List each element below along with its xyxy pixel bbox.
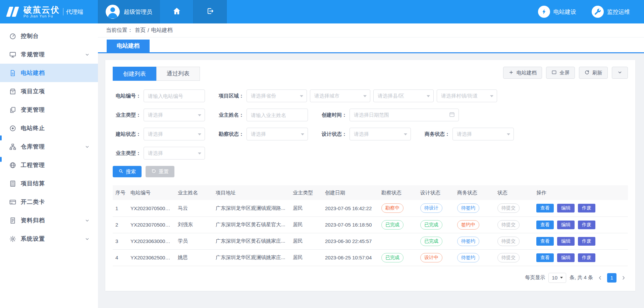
cell-status: 待提交	[495, 200, 534, 217]
home-button[interactable]	[160, 0, 193, 23]
business-status-select[interactable]: 请选择	[452, 128, 514, 140]
sidebar-item-console[interactable]: 控制台	[0, 27, 98, 45]
design-status-select[interactable]: 请选择	[350, 128, 411, 140]
sidebar-item-project-settlement[interactable]: 项目结算	[0, 174, 98, 193]
view-button[interactable]: 查看	[536, 221, 554, 229]
fullscreen-button[interactable]: 全屏	[546, 67, 575, 79]
region-label: 项目区域：	[216, 93, 244, 99]
column-header-actions: 操作	[534, 185, 628, 200]
prev-page-button[interactable]	[596, 275, 604, 281]
chevron-down-icon	[617, 70, 623, 76]
calendar-icon	[449, 111, 455, 119]
sidebar-item-label: 开二类卡	[21, 198, 45, 206]
settings-icon	[9, 235, 16, 243]
owner-name-input[interactable]	[247, 109, 308, 121]
sidebar-item-general-management[interactable]: 常规管理	[0, 45, 98, 64]
user-menu[interactable]: 超级管理员	[98, 0, 160, 23]
sidebar-item-label: 电站终止	[21, 124, 45, 132]
chevron-down-icon	[427, 95, 430, 99]
cell-survey-status: 勘察中	[379, 200, 418, 217]
view-button[interactable]: 查看	[536, 253, 554, 262]
refresh-icon	[584, 70, 590, 76]
link-monitor-ops[interactable]: 监控运维	[592, 6, 630, 18]
void-button[interactable]: 作废	[578, 221, 595, 229]
create-time-label: 创建时间：	[319, 112, 347, 118]
cell-created-date: 2023-06-30 22:45:57	[322, 233, 379, 249]
create-station-button[interactable]: 电站建档	[503, 67, 542, 79]
sidebar-item-label: 电站建档	[21, 69, 45, 77]
cell-seq: 3	[113, 233, 128, 249]
divider	[63, 8, 63, 15]
monitor-icon	[9, 51, 16, 58]
card-icon	[9, 198, 16, 206]
cell-owner-name: 姚思	[175, 249, 213, 266]
survey-status-select[interactable]: 请选择	[247, 128, 308, 140]
link-station-build[interactable]: 电站建设	[538, 6, 576, 18]
chevron-down-icon	[507, 133, 510, 137]
sidebar-item-change-management[interactable]: 变更管理	[0, 101, 98, 119]
cell-seq: 2	[113, 217, 128, 233]
tab-passed-list[interactable]: 通过列表	[156, 67, 200, 81]
edit-button[interactable]: 编辑	[557, 221, 575, 229]
breadcrumb-separator: /	[148, 27, 149, 34]
tab-create-list[interactable]: 创建列表	[113, 67, 156, 81]
sidebar-item-warehouse-management[interactable]: 仓库管理	[0, 137, 98, 156]
create-time-range-input[interactable]: 请选择日期范围	[350, 109, 459, 121]
void-button[interactable]: 作废	[578, 237, 595, 246]
collapse-filters-button[interactable]	[612, 67, 628, 79]
sidebar-item-project-initiation[interactable]: 项目立项	[0, 82, 98, 101]
sidebar-item-label: 项目结算	[21, 180, 45, 187]
station-no-input[interactable]	[144, 89, 205, 102]
cell-seq: 1	[113, 200, 128, 217]
reset-button[interactable]: 重置	[146, 166, 174, 177]
sidebar-item-label: 变更管理	[21, 106, 45, 114]
sidebar-item-engineering-management[interactable]: 工程管理	[0, 156, 98, 174]
station-list-panel: 创建列表 通过列表 电站建档 全屏 刷新	[105, 60, 635, 291]
sidebar-nav: 控制台常规管理电站建档项目立项变更管理电站终止仓库管理工程管理项目结算开二类卡资…	[0, 23, 98, 248]
cell-station-no: YX2023070500011	[128, 200, 175, 217]
sidebar-scrollbar-thumb[interactable]	[0, 157, 2, 162]
logout-button[interactable]	[193, 0, 227, 23]
owner-type2-select[interactable]: 请选择	[144, 147, 205, 160]
fullscreen-icon	[551, 70, 557, 76]
wrench-icon	[592, 6, 604, 18]
edit-button[interactable]: 编辑	[557, 204, 575, 212]
build-status-select[interactable]: 请选择	[144, 128, 205, 140]
table-header-row: 序号电站编号业主姓名项目地址业主类型创建日期勘察状态设计状态商务状态状态操作	[113, 185, 628, 200]
search-button[interactable]: 搜索	[113, 166, 142, 177]
page-number-1[interactable]: 1	[607, 273, 616, 283]
sidebar-item-station-termination[interactable]: 电站终止	[0, 119, 98, 137]
sidebar-scrollbar-thumb[interactable]	[0, 135, 2, 140]
sidebar-item-second-type-card[interactable]: 开二类卡	[0, 193, 98, 211]
owner-type-select[interactable]: 请选择	[144, 109, 205, 121]
edit-button[interactable]: 编辑	[557, 237, 575, 246]
cell-survey-status	[379, 233, 418, 249]
cell-owner-type: 居民	[290, 217, 322, 233]
cell-owner-name: 马云	[175, 200, 213, 217]
status-badge: 签约中	[457, 220, 479, 230]
sidebar-item-data-archive[interactable]: 资料归档	[0, 211, 98, 230]
per-page-select[interactable]: 10	[548, 273, 566, 283]
county-select[interactable]: 请选择县/区	[373, 89, 434, 102]
view-button[interactable]: 查看	[536, 237, 554, 246]
breadcrumb-home[interactable]: 首页	[135, 27, 146, 34]
city-select[interactable]: 请选择城市	[310, 89, 370, 102]
sidebar-item-system-settings[interactable]: 系统设置	[0, 230, 98, 248]
globe-icon	[9, 162, 16, 169]
logo[interactable]: 破茧云伏 Po Jian Yun Fu 代理端	[0, 0, 98, 23]
sidebar-item-station-archive[interactable]: 电站建档	[0, 64, 98, 82]
column-header-seq: 序号	[113, 185, 128, 200]
page-tab-station-archive[interactable]: 电站建档	[107, 40, 150, 52]
cell-business-status: 签约中	[454, 217, 495, 233]
void-button[interactable]: 作废	[578, 253, 595, 262]
void-button[interactable]: 作废	[578, 204, 595, 212]
chevron-down-icon	[301, 133, 304, 137]
view-button[interactable]: 查看	[536, 204, 554, 212]
refresh-button[interactable]: 刷新	[579, 67, 608, 79]
edit-button[interactable]: 编辑	[557, 253, 575, 262]
village-select[interactable]: 请选择村镇/街道	[437, 89, 497, 102]
column-header-station-no: 电站编号	[128, 185, 175, 200]
cell-station-no: YX2023063000009	[128, 233, 175, 249]
next-page-button[interactable]	[620, 275, 627, 281]
province-select[interactable]: 请选择省份	[247, 89, 307, 102]
